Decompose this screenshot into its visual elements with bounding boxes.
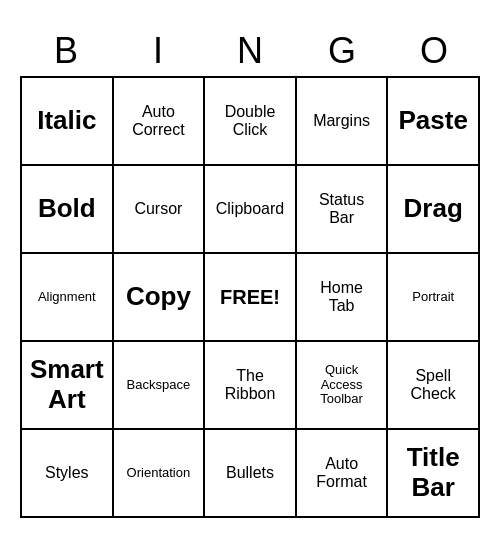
cell-text: FREE! xyxy=(220,286,280,309)
cell-text: Spell Check xyxy=(411,367,456,404)
bingo-cell: The Ribbon xyxy=(205,342,297,430)
bingo-cell: Backspace xyxy=(114,342,206,430)
cell-text: Portrait xyxy=(412,290,454,305)
header-letter: O xyxy=(388,26,480,76)
cell-text: The Ribbon xyxy=(225,367,276,404)
bingo-cell: Auto Correct xyxy=(114,78,206,166)
header-letter: I xyxy=(112,26,204,76)
bingo-grid: ItalicAuto CorrectDouble ClickMarginsPas… xyxy=(20,76,480,518)
bingo-cell: Clipboard xyxy=(205,166,297,254)
header-letter: N xyxy=(204,26,296,76)
cell-text: Bullets xyxy=(226,464,274,482)
cell-text: Smart Art xyxy=(30,355,104,415)
cell-text: Home Tab xyxy=(320,279,363,316)
bingo-cell: Italic xyxy=(22,78,114,166)
cell-text: Backspace xyxy=(127,378,191,393)
bingo-cell: Bold xyxy=(22,166,114,254)
cell-text: Clipboard xyxy=(216,200,284,218)
cell-text: Alignment xyxy=(38,290,96,305)
bingo-cell: Portrait xyxy=(388,254,480,342)
cell-text: Quick Access Toolbar xyxy=(320,363,363,408)
bingo-cell: Auto Format xyxy=(297,430,389,518)
bingo-cell: Title Bar xyxy=(388,430,480,518)
bingo-cell: Smart Art xyxy=(22,342,114,430)
bingo-cell: Bullets xyxy=(205,430,297,518)
bingo-cell: Cursor xyxy=(114,166,206,254)
cell-text: Status Bar xyxy=(319,191,364,228)
bingo-cell: Copy xyxy=(114,254,206,342)
bingo-cell: Alignment xyxy=(22,254,114,342)
cell-text: Styles xyxy=(45,464,89,482)
cell-text: Bold xyxy=(38,194,96,224)
cell-text: Title Bar xyxy=(407,443,460,503)
cell-text: Paste xyxy=(398,106,467,136)
bingo-cell: Drag xyxy=(388,166,480,254)
cell-text: Auto Correct xyxy=(132,103,184,140)
cell-text: Italic xyxy=(37,106,96,136)
bingo-cell: Margins xyxy=(297,78,389,166)
bingo-cell: Paste xyxy=(388,78,480,166)
cell-text: Copy xyxy=(126,282,191,312)
bingo-cell: Styles xyxy=(22,430,114,518)
cell-text: Cursor xyxy=(134,200,182,218)
bingo-cell: Spell Check xyxy=(388,342,480,430)
cell-text: Drag xyxy=(404,194,463,224)
cell-text: Orientation xyxy=(127,466,191,481)
bingo-cell: FREE! xyxy=(205,254,297,342)
bingo-header: BINGO xyxy=(20,26,480,76)
cell-text: Margins xyxy=(313,112,370,130)
bingo-cell: Status Bar xyxy=(297,166,389,254)
bingo-cell: Orientation xyxy=(114,430,206,518)
bingo-cell: Double Click xyxy=(205,78,297,166)
bingo-cell: Quick Access Toolbar xyxy=(297,342,389,430)
cell-text: Double Click xyxy=(225,103,276,140)
bingo-card: BINGO ItalicAuto CorrectDouble ClickMarg… xyxy=(20,26,480,518)
cell-text: Auto Format xyxy=(316,455,367,492)
header-letter: B xyxy=(20,26,112,76)
bingo-cell: Home Tab xyxy=(297,254,389,342)
header-letter: G xyxy=(296,26,388,76)
